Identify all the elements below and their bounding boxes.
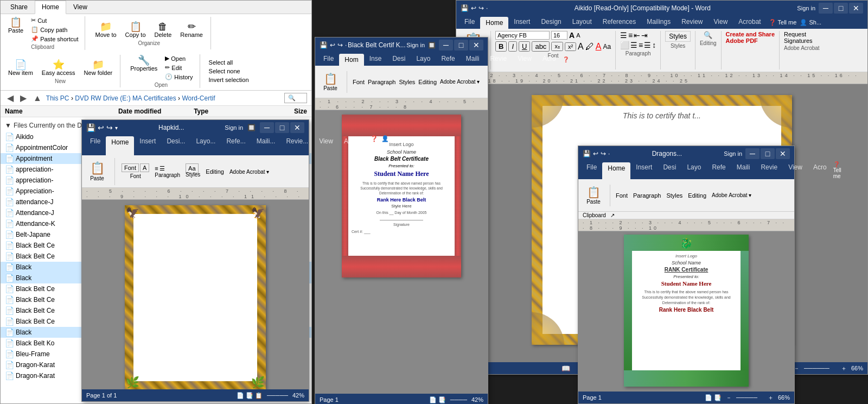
font-color-btn[interactable]: A (596, 42, 602, 52)
breadcrumb-pc[interactable]: This PC (46, 94, 69, 102)
undo-icon[interactable]: ↩ (471, 4, 476, 12)
ai-tab-insert[interactable]: Insert (508, 16, 535, 29)
hapkido-tab-review[interactable]: Revie... (280, 135, 314, 155)
list-icon[interactable]: ☰ (159, 165, 165, 172)
strikethrough-btn[interactable]: abc (532, 41, 550, 52)
font-size-dropdown[interactable]: A (140, 163, 149, 172)
dr-tab-refe[interactable]: Refe (706, 161, 731, 179)
signin-link[interactable]: Sign in (724, 150, 742, 157)
collapse-icon[interactable]: 🔲 (247, 124, 256, 131)
easy-access-button[interactable]: ⭐ Easy access (39, 59, 79, 77)
zoom-slider-dr[interactable]: ───── (736, 394, 763, 401)
bullet-list-btn[interactable]: ☰ (620, 31, 627, 40)
zoom-slider-ai[interactable]: ────── (804, 365, 837, 371)
zoom-in-btn[interactable]: ＋ (841, 364, 847, 373)
ai-tab-acrobat[interactable]: Acrobat (733, 16, 766, 29)
hapkido-tab-ref[interactable]: Refe... (221, 135, 251, 155)
paste-btn[interactable]: 📋 Paste (86, 160, 108, 182)
close-button[interactable]: ✕ (776, 148, 790, 159)
zoom-slider[interactable]: ───── (267, 392, 288, 399)
new-folder-button[interactable]: 📁 New folder (81, 59, 116, 77)
help-text[interactable]: ❓ (563, 56, 569, 62)
ai-tab-ref[interactable]: References (597, 16, 641, 29)
dr-tab-desi[interactable]: Desi (658, 161, 681, 179)
bb-tab-home[interactable]: Hom (339, 54, 363, 66)
tab-view[interactable]: Home (35, 1, 66, 14)
copy-path-button[interactable]: 📋 Copy path (29, 26, 80, 34)
undo-icon[interactable]: ↩ (330, 41, 335, 49)
ai-tab-mail[interactable]: Mailings (641, 16, 676, 29)
invert-selection-button[interactable]: Invert selection (207, 76, 251, 84)
zoom-out-dr[interactable]: － (726, 394, 732, 402)
ai-tab-home[interactable]: Home (480, 17, 508, 29)
select-none-button[interactable]: Select none (207, 67, 251, 75)
find-btn[interactable]: 🔍 (704, 31, 712, 39)
styles-gallery[interactable]: Styles (665, 31, 691, 42)
view-icons[interactable]: 📄 📑 (429, 396, 446, 403)
indent-decrease-btn[interactable]: ⇤ (634, 31, 640, 40)
hapkido-tab-home[interactable]: Home (106, 136, 134, 155)
paste-btn[interactable]: 📋 Paste (320, 71, 341, 92)
read-mode-icon[interactable]: 📖 (561, 364, 570, 373)
copy-to-button[interactable]: 📋 Copy to (122, 21, 149, 39)
align-center-btn[interactable]: ☰ (630, 41, 637, 49)
hapkido-tab-mail[interactable]: Maili... (251, 135, 281, 155)
line-spacing-btn[interactable]: ↕ (652, 41, 656, 49)
maximize-button[interactable]: □ (834, 3, 848, 14)
save-icon[interactable]: 💾 (461, 4, 469, 12)
maximize-button[interactable]: □ (275, 122, 289, 133)
col-type-header[interactable]: Type (194, 108, 269, 115)
number-list-btn[interactable]: ≡ (628, 31, 633, 40)
clipboard-expand-dr[interactable]: ↗ (610, 212, 615, 218)
signin-link[interactable]: Sign in (797, 5, 815, 11)
edit-button[interactable]: ✏ Edit (163, 64, 195, 72)
up-button[interactable]: ▲ (31, 92, 44, 104)
paste-button[interactable]: 📋 Paste (5, 16, 27, 43)
view-mode-icons[interactable]: 📄 📑 📋 (237, 392, 263, 399)
share-text[interactable]: 👤 Sh... (800, 19, 821, 26)
zoom-slider[interactable]: ──── (450, 396, 467, 403)
hapkido-tab-layout[interactable]: Layo... (190, 135, 221, 155)
undo-icon[interactable]: ↩ (98, 123, 104, 132)
breadcrumb-drive[interactable]: DVD RW Drive (E:) MA Certificates (75, 94, 176, 102)
ai-tab-layout[interactable]: Layout (567, 16, 597, 29)
dr-tab-file[interactable]: File (581, 161, 602, 179)
minimize-button[interactable]: ─ (439, 40, 453, 50)
open-button[interactable]: ▶ Open (163, 54, 195, 62)
ai-tab-design[interactable]: Design (535, 16, 566, 29)
save-icon[interactable]: 💾 (583, 150, 591, 157)
minimize-button[interactable]: ─ (819, 3, 833, 14)
adobe-btn[interactable]: Adobe Acrobat ▾ (229, 169, 269, 175)
col-size-header[interactable]: Size (269, 108, 307, 115)
ai-tab-review[interactable]: Review (676, 16, 708, 29)
bold-btn[interactable]: B (495, 41, 507, 52)
signin-link[interactable]: Sign in (225, 124, 243, 131)
close-button[interactable]: ✕ (469, 40, 483, 50)
request-signatures-btn[interactable]: RequestSignatures (784, 31, 820, 44)
bb-tab-insert[interactable]: Inse (364, 53, 387, 66)
dr-tab-mail[interactable]: Maili (731, 161, 756, 179)
bb-tab-file[interactable]: File (318, 53, 339, 66)
dr-tab-acro[interactable]: Acro (808, 161, 832, 179)
bb-tab-refe[interactable]: Refe (436, 53, 460, 66)
dr-tab-revi[interactable]: Revie (755, 161, 783, 179)
dr-tab-layo[interactable]: Layo (681, 161, 706, 179)
bb-tab-desi[interactable]: Desi (387, 53, 411, 66)
view-icons-dr[interactable]: 📄 📑 (705, 394, 722, 401)
align-icon[interactable]: ≡ (155, 165, 158, 172)
sub-btn[interactable]: x₂ (551, 42, 563, 51)
dr-tab-home[interactable]: Home (602, 162, 630, 179)
text-effects-btn[interactable]: A (578, 42, 584, 52)
forward-button[interactable]: ▶ (18, 92, 29, 104)
create-pdf-btn[interactable]: Create and ShareAdobe PDF (726, 31, 775, 44)
delete-button[interactable]: 🗑 Delete (151, 21, 175, 39)
help-text3[interactable]: ❓ Tell me (833, 161, 841, 179)
bb-tab-revi[interactable]: Revie (484, 53, 512, 66)
indent-increase-btn[interactable]: ⇥ (641, 31, 648, 40)
align-left-btn[interactable]: ⬜ (620, 41, 629, 49)
ai-tab-view[interactable]: View (709, 16, 733, 29)
hapkido-tab-design[interactable]: Desi... (161, 135, 190, 155)
share-icon[interactable]: 👤 Sh... (381, 135, 394, 155)
zoom-in-dr[interactable]: ＋ (768, 394, 774, 402)
signin-link[interactable]: Sign in (406, 42, 425, 48)
